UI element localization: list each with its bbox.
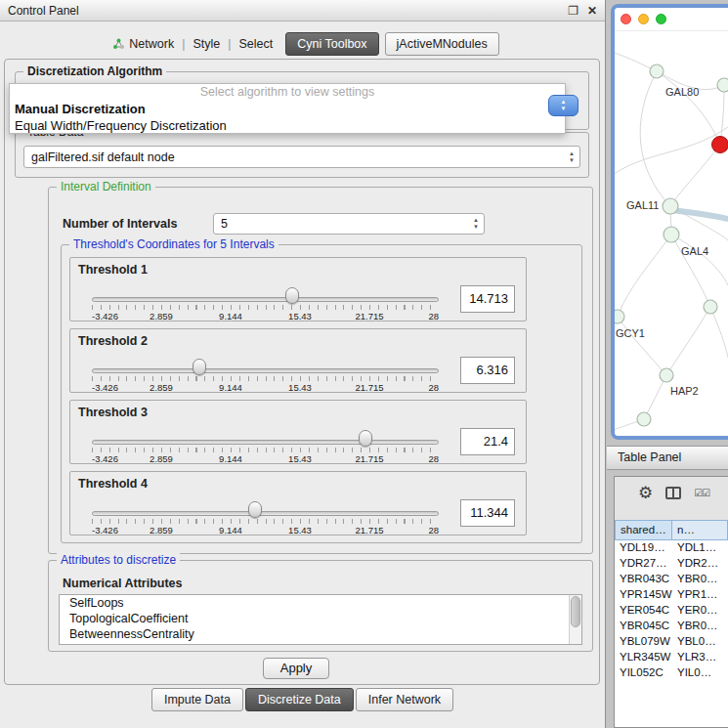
cell[interactable]: YPR1… — [672, 587, 728, 603]
list-item[interactable]: TopologicalCoefficient — [60, 611, 581, 626]
slider-track — [92, 440, 439, 445]
threshold-3-slider[interactable]: -3.426 2.859 9.144 15.43 21.715 28 — [92, 428, 439, 461]
tab-impute-data[interactable]: Impute Data — [151, 688, 243, 711]
select-columns-icon[interactable]: ☑☑ — [694, 488, 709, 498]
node-label-gcy1: GCY1 — [616, 327, 645, 339]
axis-tick-label: 9.144 — [219, 382, 242, 393]
threshold-2-value-field[interactable]: 6.316 — [460, 357, 515, 384]
table-data-combobox[interactable]: galFiltered.sif default node ▲▼ — [23, 146, 580, 168]
tab-style[interactable]: Style — [186, 34, 227, 54]
window-title: Control Panel — [8, 4, 79, 18]
axis-tick-label: 9.144 — [219, 453, 242, 464]
cell[interactable]: YIL052C — [615, 665, 672, 681]
table-row[interactable]: YPR145WYPR1… — [615, 587, 728, 603]
axis-tick-label: 28 — [428, 453, 439, 464]
table-row[interactable]: YBR045CYBR0… — [615, 619, 728, 634]
axis-tick-label: 2.859 — [150, 453, 173, 464]
column-header-shared[interactable]: shared… — [615, 520, 672, 540]
table-body[interactable]: YDL19…YDL1… YDR27…YDR2… YBR043CYBR0… YPR… — [615, 540, 728, 727]
algorithm-combo-stepper[interactable]: ▲ ▼ — [548, 95, 578, 116]
threshold-1-slider[interactable]: -3.426 2.859 9.144 15.43 21.715 28 — [92, 285, 439, 319]
column-header-name[interactable]: n… — [672, 520, 728, 540]
slider-ticks — [92, 448, 439, 452]
axis-tick-label: 28 — [428, 525, 439, 535]
dropdown-item-equal-width[interactable]: Equal Width/Frequency Discretization — [10, 117, 565, 134]
node-label-gal4: GAL4 — [681, 245, 708, 257]
threshold-4-slider[interactable]: -3.426 2.859 9.144 15.43 21.715 28 — [92, 499, 439, 533]
close-window-icon[interactable]: ✕ — [587, 5, 597, 17]
dropdown-prompt-item[interactable]: Select algorithm to view settings — [10, 84, 565, 101]
threshold-4-value-field[interactable]: 11.344 — [460, 499, 515, 527]
cell[interactable]: YER054C — [615, 603, 672, 619]
cell[interactable]: YBL079W — [615, 634, 672, 650]
combo-selected-value: 5 — [214, 217, 468, 231]
top-tab-bar: Network | Style | Select Cyni Toolbox jA… — [0, 32, 605, 56]
list-item[interactable]: BetweennessCentrality — [60, 626, 581, 642]
network-canvas[interactable]: GAL80 GAL11 GAL4 GCY1 HAP2 — [615, 31, 728, 436]
apply-button[interactable]: Apply — [263, 658, 329, 679]
cell[interactable]: YBR045C — [615, 619, 672, 634]
numerical-attributes-list[interactable]: SelfLoops TopologicalCoefficient Between… — [59, 594, 582, 645]
cell[interactable]: YLR345W — [615, 650, 672, 665]
dropdown-item-manual-discretization[interactable]: Manual Discretization — [10, 101, 565, 117]
float-window-icon[interactable]: ❐ — [568, 5, 578, 17]
minimize-traffic-light-icon[interactable] — [638, 14, 649, 24]
tab-network-label: Network — [129, 37, 174, 51]
tab-discretize-data[interactable]: Discretize Data — [245, 688, 354, 711]
combo-stepper-icon: ▲▼ — [564, 150, 579, 164]
table-row[interactable]: YER054CYER0… — [615, 603, 728, 619]
axis-tick-label: -3.426 — [92, 453, 118, 464]
node-label-hap2: HAP2 — [670, 385, 699, 397]
slider-ticks — [92, 376, 439, 381]
cell[interactable]: YDR27… — [615, 556, 672, 572]
table-row[interactable]: YDR27…YDR2… — [615, 556, 728, 572]
zoom-traffic-light-icon[interactable] — [656, 14, 666, 24]
axis-tick-label: 21.715 — [355, 382, 383, 393]
tab-network[interactable]: Network — [106, 34, 181, 54]
axis-tick-label: 21.715 — [355, 453, 383, 464]
table-row[interactable]: YBR043CYBR0… — [615, 572, 728, 587]
axis-tick-label: -3.426 — [92, 311, 118, 321]
column-settings-icon[interactable] — [665, 487, 681, 499]
threshold-3-value-field[interactable]: 21.4 — [460, 428, 515, 455]
cell[interactable]: YPR145W — [615, 587, 672, 603]
cell[interactable]: YBL0… — [672, 634, 728, 650]
axis-tick-label: -3.426 — [92, 525, 118, 535]
cell[interactable]: YBR0… — [672, 572, 728, 587]
cell[interactable]: YIL0… — [672, 665, 728, 681]
scrollbar-thumb[interactable] — [571, 596, 580, 627]
table-row[interactable]: YIL052CYIL0… — [615, 665, 728, 681]
tab-jactivemnodules[interactable]: jActiveMNodules — [385, 32, 499, 56]
axis-tick-label: 2.859 — [150, 525, 173, 535]
tab-infer-network[interactable]: Infer Network — [356, 688, 453, 711]
slider-track — [92, 368, 439, 373]
table-panel-window: ⚙ ☑☑ shared… n… YDL19…YDL1… YDR27…YDR2… … — [614, 476, 728, 728]
slider-thumb[interactable] — [359, 430, 372, 447]
cell[interactable]: YDL19… — [615, 540, 672, 556]
threshold-1-value-field[interactable]: 14.713 — [460, 285, 515, 313]
slider-thumb[interactable] — [193, 359, 206, 375]
cell[interactable]: YER0… — [672, 603, 728, 619]
cell[interactable]: YLR3… — [672, 650, 728, 665]
cell[interactable]: YDR2… — [672, 556, 728, 572]
cell[interactable]: YDL1… — [672, 540, 728, 556]
slider-thumb[interactable] — [285, 287, 299, 304]
gear-icon[interactable]: ⚙ — [638, 485, 653, 501]
table-row[interactable]: YDL19…YDL1… — [615, 540, 728, 556]
threshold-2-slider[interactable]: -3.426 2.859 9.144 15.43 21.715 28 — [92, 357, 439, 390]
tab-cyni-toolbox[interactable]: Cyni Toolbox — [285, 32, 378, 56]
table-row[interactable]: YLR345WYLR3… — [615, 650, 728, 665]
slider-thumb[interactable] — [248, 501, 262, 518]
stepper-down-icon: ▼ — [561, 106, 567, 112]
cell[interactable]: YBR043C — [615, 572, 672, 587]
list-scrollbar[interactable] — [569, 595, 581, 644]
cell[interactable]: YBR0… — [672, 619, 728, 634]
table-row[interactable]: YBL079WYBL0… — [615, 634, 728, 650]
highlighted-node[interactable] — [712, 137, 728, 153]
axis-tick-label: 28 — [428, 382, 439, 393]
close-traffic-light-icon[interactable] — [621, 14, 631, 24]
list-item[interactable]: SelfLoops — [60, 595, 581, 611]
number-of-intervals-combobox[interactable]: 5 ▲▼ — [213, 213, 485, 235]
tab-select[interactable]: Select — [232, 34, 279, 54]
threshold-2-panel: Threshold 2 -3.426 2.859 9.144 15.43 21.… — [69, 328, 527, 393]
